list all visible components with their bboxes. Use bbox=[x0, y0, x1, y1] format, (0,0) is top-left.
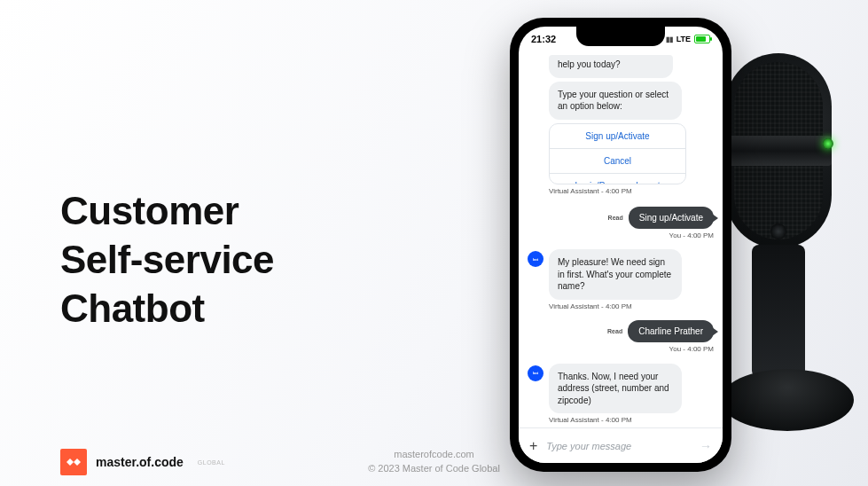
message-meta-va3: Virtual Assistant - 4:00 PM bbox=[549, 416, 714, 424]
user-message-1: Sing up/Activate bbox=[629, 207, 714, 229]
microphone-illustration bbox=[721, 53, 836, 470]
bot-avatar-icon: bot bbox=[528, 251, 543, 267]
status-time: 21:32 bbox=[531, 34, 556, 44]
option-signup[interactable]: Sign up/Activate bbox=[550, 124, 685, 149]
message-composer: + Type your message → bbox=[519, 427, 723, 463]
brand-name: master.of.code bbox=[96, 455, 184, 469]
phone-mockup: 21:32 ▮▮ LTE help you today? Type your q… bbox=[510, 18, 731, 472]
read-receipt-2: Read bbox=[607, 328, 622, 334]
signal-icon: ▮▮ bbox=[666, 35, 673, 43]
add-attachment-icon[interactable]: + bbox=[529, 438, 537, 454]
page-title: Customer Self-service Chatbot bbox=[60, 186, 274, 333]
brand-sub: GLOBAL bbox=[198, 459, 225, 466]
brand-mark-icon bbox=[60, 449, 87, 475]
message-meta-you1: You - 4:00 PM bbox=[528, 231, 714, 239]
chat-transcript: help you today? Type your question or se… bbox=[519, 51, 723, 427]
message-input[interactable]: Type your message bbox=[546, 441, 691, 451]
option-cancel[interactable]: Cancel bbox=[550, 149, 685, 174]
footer-center: masterofcode.com © 2023 Master of Code G… bbox=[368, 448, 500, 475]
message-meta-va2: Virtual Assistant - 4:00 PM bbox=[549, 302, 714, 310]
status-network: LTE bbox=[676, 35, 691, 43]
quick-reply-card: Sign up/Activate Cancel Login/Password r… bbox=[549, 123, 686, 185]
bot-message-address: Thanks. Now, I need your address (street… bbox=[549, 364, 682, 414]
user-message-2: Charline Prather bbox=[628, 320, 714, 342]
heading-line-1: Customer bbox=[60, 189, 239, 232]
footer-copyright: © 2023 Master of Code Global bbox=[368, 462, 500, 475]
brand-logo: master.of.code GLOBAL bbox=[60, 449, 225, 475]
phone-notch bbox=[576, 27, 665, 46]
message-meta-you2: You - 4:00 PM bbox=[528, 345, 714, 353]
send-icon[interactable]: → bbox=[700, 439, 712, 453]
option-login[interactable]: Login/Password reset bbox=[550, 174, 685, 185]
bot-avatar-icon-2: bot bbox=[528, 365, 543, 381]
heading-line-2: Self-service bbox=[60, 238, 274, 281]
read-receipt: Read bbox=[608, 215, 623, 221]
footer-domain: masterofcode.com bbox=[368, 448, 500, 461]
bot-message-prompt: Type your question or select an option b… bbox=[549, 82, 682, 120]
battery-icon bbox=[694, 35, 710, 43]
message-meta-va1: Virtual Assistant - 4:00 PM bbox=[549, 187, 714, 195]
bot-message-partial: help you today? bbox=[549, 55, 673, 78]
bot-message-name: My pleasure! We need sign in first. What… bbox=[549, 249, 682, 300]
heading-line-3: Chatbot bbox=[60, 286, 205, 330]
